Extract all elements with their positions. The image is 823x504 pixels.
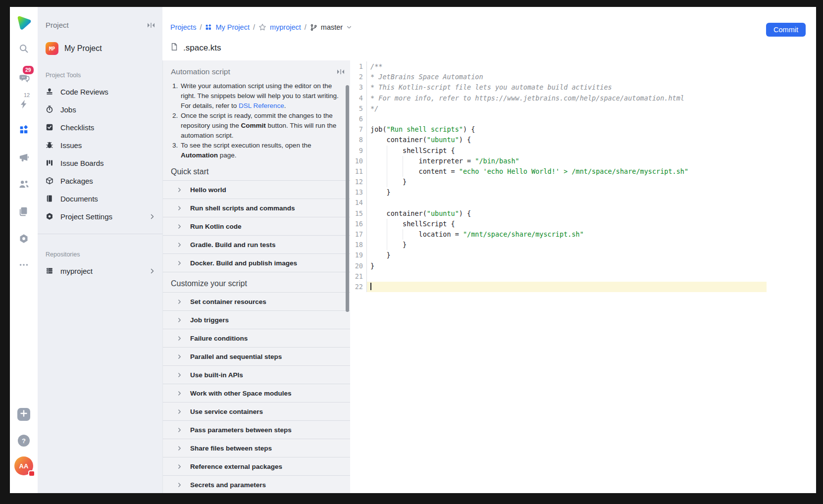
sidebar-item-project-settings[interactable]: Project Settings [38, 207, 162, 225]
code-line-active[interactable]: 22 [350, 282, 816, 292]
sidebar-item-checklists[interactable]: Checklists [38, 118, 162, 136]
code-line[interactable]: 21 [350, 271, 816, 282]
team-button[interactable] [15, 175, 33, 193]
code-line[interactable]: 4* For more info, refer to https://www.j… [350, 93, 816, 103]
add-button[interactable] [17, 408, 30, 421]
sidebar-collapse-icon[interactable] [147, 22, 155, 28]
space-logo-icon[interactable] [15, 14, 33, 32]
code-line[interactable]: 12 } [350, 177, 816, 187]
snippet-row-pass-parameters-between-steps[interactable]: Pass parameters between steps [163, 420, 350, 439]
breadcrumb: Projects/My Project/myproject/master [170, 23, 352, 31]
instruction-step-3: To see the script execution results, ope… [180, 141, 344, 160]
sidebar-item-label: Issues [60, 141, 82, 150]
breadcrumb-projects[interactable]: Projects [170, 23, 196, 31]
code-line[interactable]: 20} [350, 261, 816, 271]
snippet-row-share-files-between-steps[interactable]: Share files between steps [163, 439, 350, 457]
expand-chevron-icon [177, 482, 182, 488]
chats-badge: 29 [22, 65, 35, 75]
snippet-row-run-shell-scripts-and-commands[interactable]: Run shell scripts and commands [163, 199, 350, 217]
expand-chevron-icon [177, 317, 182, 323]
code-line[interactable]: 9 shellScript { [350, 146, 816, 156]
code-line[interactable]: 15 container("ubuntu") { [350, 208, 816, 219]
snippet-label: Hello world [190, 186, 226, 194]
sidebar-item-code-reviews[interactable]: Code Reviews [38, 83, 162, 101]
plus-icon [20, 410, 27, 419]
code-line[interactable]: 16 shellScript { [350, 219, 816, 229]
snippet-row-run-kotlin-code[interactable]: Run Kotlin code [163, 217, 350, 235]
code-text: } [370, 262, 374, 270]
code-line[interactable]: 7job("Run shell scripts") { [350, 124, 816, 135]
snippet-row-failure-conditions[interactable]: Failure conditions [163, 329, 350, 347]
code-editor[interactable]: 1/**2* JetBrains Space Automation3* This… [350, 60, 816, 493]
breadcrumb-my-project[interactable]: My Project [215, 23, 250, 31]
code-content: } [366, 240, 767, 250]
code-content: job("Run shell scripts") { [366, 124, 767, 135]
code-line[interactable]: 17 location = "/mnt/space/share/myscript… [350, 229, 816, 240]
sidebar-item-jobs[interactable]: Jobs [38, 101, 162, 118]
sidebar-item-issues[interactable]: Issues [38, 136, 162, 154]
line-number: 16 [350, 219, 366, 229]
snippet-row-hello-world[interactable]: Hello world [163, 180, 350, 199]
snippet-label: Reference external packages [190, 463, 282, 470]
snippet-row-reference-external-packages[interactable]: Reference external packages [163, 457, 350, 475]
administration-button[interactable] [15, 230, 33, 248]
avatar[interactable]: AA [14, 456, 33, 475]
expand-chevron-icon [177, 427, 182, 433]
nut-icon [46, 212, 54, 221]
snippet-row-use-built-in-apis[interactable]: Use built-in APIs [163, 365, 350, 384]
snippet-row-secrets-and-parameters[interactable]: Secrets and parameters [163, 475, 350, 493]
section-label-repositories: Repositories [46, 251, 154, 258]
text-caret [370, 283, 371, 290]
chats-button[interactable]: 29 [15, 68, 33, 86]
snippet-row-set-container-resources[interactable]: Set container resources [163, 292, 350, 310]
branch-dropdown-chevron-icon[interactable] [346, 24, 352, 30]
snippet-row-docker-build-and-publish-images[interactable]: Docker. Build and publish images [163, 253, 350, 272]
code-line[interactable]: 5*/ [350, 103, 816, 114]
sidebar-item-documents[interactable]: Documents [38, 190, 162, 207]
indent-guide [387, 177, 387, 187]
code-line[interactable]: 19 } [350, 250, 816, 260]
code-text: } [370, 241, 407, 249]
sidebar-item-packages[interactable]: Packages [38, 172, 162, 190]
help-button[interactable]: ? [18, 435, 30, 447]
code-line[interactable]: 2* JetBrains Space Automation [350, 72, 816, 82]
snippet-row-use-service-containers[interactable]: Use service containers [163, 402, 350, 420]
sidebar-project-header[interactable]: MP My Project [38, 29, 162, 55]
sidebar-item-issue-boards[interactable]: Issue Boards [38, 154, 162, 172]
snippet-row-job-triggers[interactable]: Job triggers [163, 310, 350, 329]
line-number: 19 [350, 250, 366, 260]
code-line[interactable]: 14 [350, 198, 816, 208]
snippet-label: Docker. Build and publish images [190, 259, 297, 267]
snippet-label: Run Kotlin code [190, 223, 242, 230]
projects-button[interactable] [15, 121, 33, 139]
more-button[interactable] [15, 256, 33, 274]
app-window: 29 12 ? AA [10, 7, 816, 493]
code-string: "/bin/bash" [475, 157, 519, 165]
sidebar-item-myproject[interactable]: myproject [38, 262, 162, 280]
code-line[interactable]: 11 content = "echo 'echo Hello World!' >… [350, 166, 816, 177]
expand-chevron-icon [177, 446, 182, 451]
automation-button[interactable]: 12 [15, 95, 33, 113]
breadcrumb-master[interactable]: master [321, 23, 343, 31]
documents-rail-button[interactable] [15, 202, 33, 220]
announcements-button[interactable] [15, 148, 33, 166]
breadcrumb-separator: / [200, 23, 202, 31]
dsl-reference-link[interactable]: DSL Reference [239, 102, 284, 109]
search-button[interactable] [15, 40, 33, 57]
panel-scrollbar-thumb[interactable] [346, 85, 349, 312]
code-line[interactable]: 1/** [350, 61, 816, 72]
code-line[interactable]: 6 [350, 114, 816, 124]
snippet-row-work-with-other-space-modules[interactable]: Work with other Space modules [163, 384, 350, 402]
snippet-row-gradle-build-and-run-tests[interactable]: Gradle. Build and run tests [163, 235, 350, 253]
code-line[interactable]: 13 } [350, 187, 816, 198]
breadcrumb-myproject[interactable]: myproject [270, 23, 301, 31]
snippet-row-parallel-and-sequential-steps[interactable]: Parallel and sequential steps [163, 347, 350, 365]
step-text: To see the script execution results, ope… [181, 142, 311, 149]
panel-title: Automation script [171, 67, 230, 76]
code-line[interactable]: 10 interpreter = "/bin/bash" [350, 156, 816, 166]
code-line[interactable]: 18 } [350, 240, 816, 250]
code-line[interactable]: 3* This Kotlin-script file lets you auto… [350, 82, 816, 93]
panel-collapse-icon[interactable] [336, 69, 345, 75]
commit-button[interactable]: Commit [766, 23, 806, 37]
code-line[interactable]: 8 container("ubuntu") { [350, 135, 816, 145]
